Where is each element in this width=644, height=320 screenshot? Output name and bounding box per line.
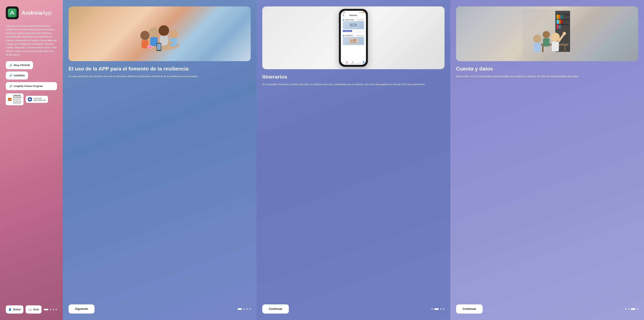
link-icon-2: 🔗 bbox=[9, 74, 12, 77]
phone-nav-actividades: ⊞ Actividades bbox=[350, 61, 355, 64]
panel3-text: En la pantalla "itinerarios" podréis des… bbox=[262, 82, 444, 86]
panel4-bottom: Continuar bbox=[456, 304, 638, 314]
dot-3 bbox=[52, 309, 54, 310]
svg-rect-31 bbox=[556, 15, 558, 19]
svg-rect-50 bbox=[543, 38, 550, 46]
svg-rect-2 bbox=[28, 99, 32, 100]
dot-1 bbox=[431, 308, 433, 310]
dot-3 bbox=[440, 308, 442, 310]
logos-row: 🇪🇸 GOBIERNODE ESPAÑAMINISTERIODE CIENCIA… bbox=[6, 93, 57, 105]
svg-rect-44 bbox=[534, 43, 541, 52]
svg-rect-32 bbox=[559, 15, 560, 19]
gobierno-logo: 🇪🇸 GOBIERNODE ESPAÑAMINISTERIODE CIENCIA… bbox=[6, 93, 24, 105]
knightly-virtues-label: Knightly Virtues Program bbox=[14, 85, 43, 88]
classroom2-thumb-svg bbox=[348, 38, 358, 44]
panel2-content: El uso de la APP para el fomento de la r… bbox=[68, 66, 251, 304]
dot-4 bbox=[636, 308, 638, 310]
classroom-group-svg bbox=[78, 9, 242, 58]
dot-2 bbox=[628, 308, 630, 310]
knightly-virtues-button[interactable]: 🔗 Knightly Virtues Program bbox=[6, 82, 57, 90]
classroom-raised-image bbox=[456, 6, 638, 61]
classroom-thumb-svg bbox=[348, 22, 358, 28]
phone-item1-btn: Mostrar Recursos > bbox=[357, 19, 364, 20]
continuar-button-3[interactable]: Continuar bbox=[262, 304, 289, 314]
spain-flag-icon: 🇪🇸 bbox=[8, 98, 12, 101]
guide-icon: 📖 bbox=[28, 308, 32, 311]
panel-andreia: AndreiaApp Esta obra es fruto del estudi… bbox=[0, 0, 63, 320]
panel3-dots bbox=[431, 308, 444, 310]
phone-time: 3:14 bbox=[343, 12, 345, 13]
dot-2 bbox=[434, 308, 439, 310]
phone-nav-recursos: ⌂ Recursos bbox=[356, 61, 360, 64]
phone-screen: 3:14 ▲ ▼ 📶 ☰ Itinerarios 👥 1. Apoyo Afec… bbox=[341, 11, 366, 65]
panel3-bottom: Continuar bbox=[262, 304, 444, 314]
panel2-dots bbox=[238, 308, 251, 310]
panel2-heading: El uso de la APP para el fomento de la r… bbox=[68, 66, 251, 72]
bottom-row: 👤 Entrar 📖 Guía bbox=[6, 305, 57, 314]
panel4-heading: Cuenta y datos bbox=[456, 66, 638, 72]
panel4-content: Cuenta y datos Inicia sesión con las cre… bbox=[456, 66, 638, 304]
svg-point-23 bbox=[350, 39, 353, 42]
andreia-button[interactable]: 🔗 ANDREIA bbox=[6, 72, 28, 80]
phone-item-1: 👥 1. Apoyo Afectivo Mostrar Recursos > bbox=[342, 18, 365, 33]
link-icon-3: 🔗 bbox=[9, 84, 12, 88]
entrar-button[interactable]: 👤 Entrar bbox=[6, 305, 23, 314]
svg-rect-46 bbox=[552, 42, 559, 51]
phone-item2-header: 👥 2. Ejemplo Dos Mostrar Recursos > bbox=[343, 35, 364, 36]
dot-4 bbox=[249, 308, 251, 310]
app-name-light: App bbox=[42, 10, 52, 16]
phone-header: ☰ Itinerarios bbox=[341, 14, 366, 17]
svg-point-6 bbox=[149, 27, 159, 37]
classroom-raised-bg bbox=[456, 6, 638, 61]
svg-rect-13 bbox=[157, 44, 161, 50]
svg-rect-39 bbox=[559, 25, 561, 29]
svg-rect-41 bbox=[542, 46, 544, 52]
svg-point-49 bbox=[543, 31, 550, 38]
app-description: Esta obra es fruto del estudio Fomento d… bbox=[6, 24, 57, 57]
svg-rect-34 bbox=[562, 15, 564, 19]
phone-icons: ▲ ▼ 📶 bbox=[359, 12, 364, 13]
svg-point-43 bbox=[533, 34, 542, 43]
link-icon-1: 🔗 bbox=[9, 64, 12, 67]
svg-point-24 bbox=[353, 39, 356, 42]
guia-label: Guía bbox=[33, 308, 39, 311]
uao-logo: UniversitatAbat Oliba CEU bbox=[26, 96, 48, 103]
panel4-text: Inicia sesión con las credenciales propo… bbox=[456, 74, 638, 78]
phone-bottom-nav: ⌂ Inicio 🔖 Itinerarios ⊞ Actividades bbox=[341, 60, 366, 65]
links-row: 🔗 Blog TRIVIUM 🔗 ANDREIA bbox=[6, 61, 57, 80]
gobierno-text: GOBIERNODE ESPAÑAMINISTERIODE CIENCIA EI… bbox=[13, 95, 22, 104]
uao-text: UniversitatAbat Oliba CEU bbox=[34, 98, 46, 101]
panel1-dots bbox=[44, 309, 57, 310]
phone-mockup-container: 3:14 ▲ ▼ 📶 ☰ Itinerarios 👥 1. Apoyo Afec… bbox=[262, 6, 444, 69]
dot-2 bbox=[243, 308, 245, 310]
guia-button[interactable]: 📖 Guía bbox=[26, 305, 42, 314]
phone-item1-title: 👥 1. Apoyo Afectivo bbox=[343, 19, 354, 20]
phone-item2-thumb bbox=[343, 37, 364, 45]
classroom-group-image bbox=[68, 6, 251, 61]
dot-1 bbox=[44, 309, 48, 310]
panel4-dots bbox=[625, 308, 638, 310]
svg-point-45 bbox=[551, 33, 560, 42]
phone-bg: 3:14 ▲ ▼ 📶 ☰ Itinerarios 👥 1. Apoyo Afec… bbox=[262, 6, 444, 69]
svg-rect-37 bbox=[561, 20, 563, 24]
phone-item2-btn: Mostrar Recursos > bbox=[357, 35, 364, 36]
panel-itinerarios: 3:14 ▲ ▼ 📶 ☰ Itinerarios 👥 1. Apoyo Afec… bbox=[256, 0, 450, 320]
svg-point-20 bbox=[352, 23, 354, 26]
phone-screen-title: Itinerarios bbox=[349, 14, 357, 16]
app-icon-letter bbox=[8, 8, 16, 17]
svg-point-21 bbox=[355, 24, 356, 26]
phone-item1-header: 👥 1. Apoyo Afectivo Mostrar Recursos > bbox=[343, 19, 364, 20]
dot-3 bbox=[246, 308, 248, 310]
phone-content: 👥 1. Apoyo Afectivo Mostrar Recursos > bbox=[341, 17, 366, 60]
classroom-raised-svg bbox=[465, 9, 629, 58]
svg-rect-25 bbox=[350, 42, 357, 43]
siguiente-button[interactable]: Siguiente bbox=[68, 304, 94, 314]
app-name-bold: Andreia bbox=[22, 10, 42, 16]
app-title: AndreiaApp bbox=[22, 10, 52, 16]
dot-2 bbox=[50, 309, 51, 310]
dot-1 bbox=[625, 308, 626, 310]
continuar-button-4[interactable]: Continuar bbox=[456, 304, 483, 314]
panel3-content: Itinerarios En la pantalla "itinerarios"… bbox=[262, 74, 444, 304]
blog-trivium-button[interactable]: 🔗 Blog TRIVIUM bbox=[6, 61, 33, 69]
dot-4 bbox=[56, 309, 57, 310]
